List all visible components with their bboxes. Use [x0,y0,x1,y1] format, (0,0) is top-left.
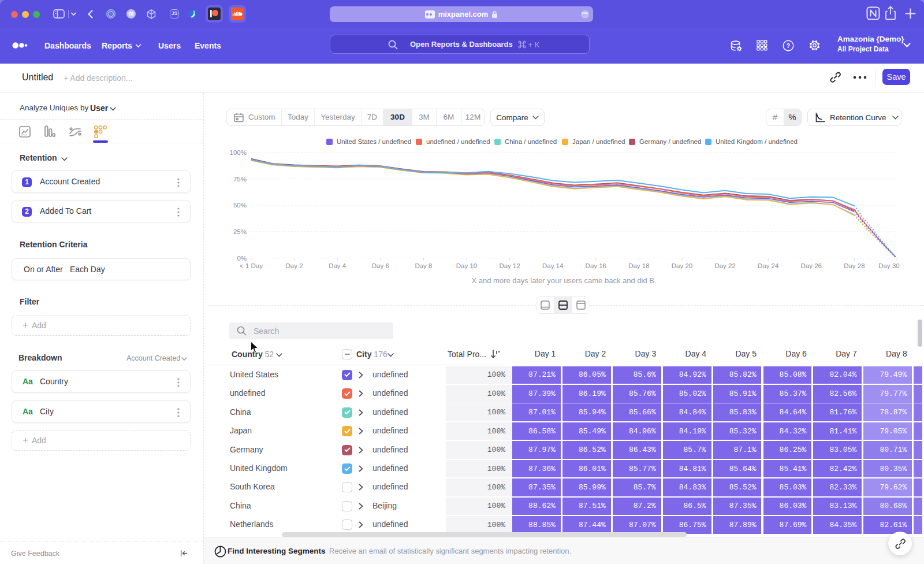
svg-text:< 1 Day: < 1 Day [240,262,263,269]
svg-text:Day 14: Day 14 [542,262,564,269]
svg-text:Day 18: Day 18 [628,262,649,269]
svg-text:Day 26: Day 26 [801,262,822,269]
svg-text:Day 10: Day 10 [456,262,477,269]
svg-text:25%: 25% [233,228,247,235]
svg-text:Day 24: Day 24 [758,262,779,269]
svg-text:Day 20: Day 20 [672,262,692,269]
svg-text:50%: 50% [233,202,247,209]
svg-text:Day 22: Day 22 [714,262,735,269]
svg-text:Day 6: Day 6 [372,262,389,269]
svg-text:Day 28: Day 28 [844,262,865,269]
svg-text:Day 4: Day 4 [329,262,346,269]
svg-text:Day 30: Day 30 [878,262,899,269]
svg-text:100%: 100% [230,149,247,156]
svg-text:75%: 75% [233,176,247,183]
svg-text:Day 12: Day 12 [499,262,520,269]
svg-text:0%: 0% [237,255,247,262]
svg-text:Day 16: Day 16 [586,262,606,269]
svg-text:Day 8: Day 8 [415,262,432,269]
svg-text:Day 2: Day 2 [286,262,303,269]
